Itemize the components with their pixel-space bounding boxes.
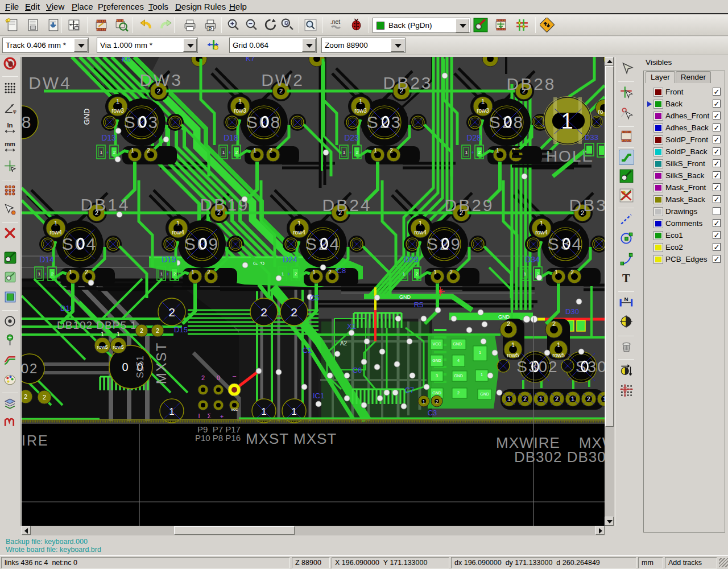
- svg-text:1: 1: [557, 341, 560, 348]
- svg-text:φ: φ: [13, 108, 16, 114]
- svg-text:1: 1: [571, 396, 574, 402]
- svg-text:row4: row4: [172, 229, 184, 236]
- svg-text:2: 2: [570, 269, 574, 275]
- svg-text:2: 2: [356, 150, 359, 155]
- svg-text:DB302 DB30: DB302 DB30: [514, 448, 605, 465]
- svg-text:S23: S23: [367, 113, 402, 131]
- svg-text:1: 1: [359, 98, 362, 105]
- svg-text:IC1: IC1: [313, 391, 324, 400]
- svg-text:1: 1: [343, 150, 346, 155]
- svg-text:0: 0: [122, 361, 128, 373]
- svg-text:1: 1: [169, 406, 174, 417]
- svg-text:P: P: [208, 26, 212, 32]
- svg-text:1: 1: [282, 271, 284, 277]
- svg-text:row3: row3: [234, 108, 246, 114]
- svg-text:2: 2: [260, 306, 267, 319]
- svg-text:2: 2: [416, 271, 419, 277]
- svg-text:DW3: DW3: [139, 71, 183, 89]
- svg-text:GND: GND: [480, 392, 489, 396]
- svg-text:1: 1: [555, 269, 558, 275]
- svg-text:D19: D19: [162, 255, 176, 264]
- svg-text:+: +: [408, 271, 411, 277]
- svg-text:+: +: [166, 271, 169, 277]
- svg-text:S09: S09: [184, 234, 220, 253]
- svg-text:D24: D24: [283, 255, 297, 264]
- svg-text:0: 0: [217, 374, 220, 381]
- svg-text:row5: row5: [113, 344, 124, 350]
- svg-text:C3: C3: [428, 409, 437, 417]
- svg-text:row5: row5: [97, 344, 108, 350]
- svg-text:2: 2: [555, 396, 559, 402]
- svg-text:2: 2: [168, 306, 175, 319]
- svg-text:1: 1: [422, 399, 425, 405]
- svg-text:DB24: DB24: [322, 196, 371, 215]
- svg-text:vcc: vcc: [231, 407, 238, 412]
- svg-text:S151: S151: [135, 356, 146, 378]
- svg-text:2: 2: [140, 327, 143, 334]
- svg-text:C5: C5: [310, 294, 320, 302]
- svg-text:1: 1: [496, 147, 499, 154]
- svg-text:VCC: VCC: [433, 342, 441, 346]
- svg-text:D29: D29: [404, 255, 419, 264]
- svg-text:8: 8: [22, 113, 31, 131]
- svg-text:1: 1: [191, 269, 195, 275]
- svg-text:S08: S08: [246, 113, 282, 131]
- svg-text:2: 2: [457, 391, 460, 395]
- svg-text:2: 2: [147, 147, 150, 154]
- svg-text:1: 1: [481, 373, 483, 377]
- svg-text:row4: row4: [293, 229, 305, 236]
- svg-text:–: –: [233, 372, 237, 379]
- svg-text:IRE: IRE: [22, 432, 49, 448]
- svg-text:1: 1: [433, 269, 437, 275]
- svg-text:.net: .net: [330, 19, 340, 25]
- svg-text:DB28: DB28: [506, 75, 556, 93]
- svg-text:DW2: DW2: [261, 71, 304, 89]
- svg-text:S03: S03: [124, 113, 159, 131]
- svg-text:1: 1: [511, 341, 515, 348]
- svg-text:1: 1: [539, 396, 543, 402]
- svg-text:+: +: [287, 271, 290, 277]
- svg-text:2: 2: [587, 396, 590, 402]
- svg-text:1: 1: [507, 396, 511, 402]
- svg-text:1: 1: [479, 351, 481, 354]
- svg-text:D30: D30: [565, 307, 579, 316]
- svg-text:2: 2: [43, 394, 46, 401]
- svg-text:2: 2: [113, 150, 116, 155]
- svg-text:2: 2: [552, 320, 556, 327]
- svg-text:+: +: [471, 150, 474, 155]
- svg-text:Σ: Σ: [208, 413, 212, 419]
- svg-text:2: 2: [201, 374, 205, 381]
- svg-text:2: 2: [173, 271, 176, 277]
- svg-text:row4: row4: [535, 229, 548, 236]
- svg-text:row5: row5: [507, 352, 519, 358]
- svg-text:02: 02: [22, 361, 38, 376]
- svg-text:DW4: DW4: [28, 73, 72, 92]
- svg-text:2: 2: [51, 271, 54, 277]
- svg-text:2: 2: [449, 269, 453, 275]
- svg-text:row3: row3: [477, 108, 489, 114]
- svg-text:1: 1: [419, 220, 422, 226]
- svg-text:2: 2: [85, 269, 88, 275]
- svg-text:row4: row4: [414, 229, 427, 236]
- svg-text:D34: D34: [525, 255, 540, 264]
- svg-text:2: 2: [328, 269, 332, 275]
- svg-text:2: 2: [269, 147, 272, 154]
- svg-text:2: 2: [295, 271, 297, 277]
- svg-text:MXST MXST: MXST MXST: [246, 430, 337, 447]
- svg-text:I: I: [198, 413, 200, 419]
- svg-text:X1: X1: [347, 322, 356, 331]
- svg-text:T: T: [622, 272, 630, 284]
- svg-text:D28: D28: [466, 133, 481, 142]
- svg-text:R5: R5: [414, 300, 424, 309]
- svg-text:2: 2: [435, 399, 438, 405]
- svg-text:4: 4: [457, 358, 460, 362]
- svg-text:D23: D23: [344, 133, 359, 142]
- svg-text:1: 1: [54, 220, 57, 226]
- svg-text:S28: S28: [489, 113, 524, 131]
- svg-text:2: 2: [291, 306, 297, 319]
- svg-text:2: 2: [156, 327, 159, 334]
- svg-text:GND: GND: [453, 342, 462, 346]
- svg-text:1: 1: [117, 331, 120, 337]
- svg-text:D14: D14: [39, 255, 54, 264]
- svg-text:+: +: [530, 271, 532, 277]
